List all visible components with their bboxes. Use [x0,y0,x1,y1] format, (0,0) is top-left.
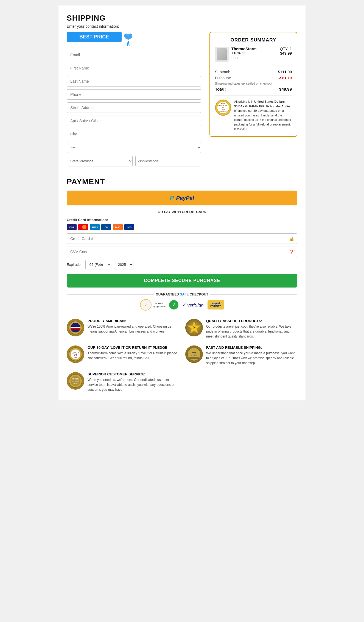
svg-text:DAY: DAY [222,109,225,111]
feature-quality-text: QUALITY ASSURED PRODUCTS: Our products a… [206,319,297,339]
norton-badge: ✓ Nortonby Symantec [140,299,165,311]
last-name-field[interactable] [67,76,201,87]
discount-row: Discount: -$61.10 [215,76,292,80]
feature-30day: LOVE IT 30 DAY OUR 30-DAY 'LOVE IT OR RE… [67,345,179,366]
feature-shipping-title: FAST AND RELIABLE SHIPPING: [206,345,297,350]
feature-quality: QA QUALITY ASSURED PRODUCTS: Our product… [185,319,297,339]
phone-field[interactable] [67,89,201,100]
help-icon: ❓ [289,249,295,255]
checkout-text: CHECKOUT [190,292,208,296]
guarantee-badge-icon: 100% MONEY 30 DAY GUARANTEE BACK [215,99,231,116]
order-summary-box: ORDER SUMMARY ThermoStorm +10% OFF EDIT … [209,32,297,137]
or-divider: OR PAY WITH CREDIT CARD [67,210,297,214]
svg-marker-23 [189,357,200,359]
shipping-form: BEST PRICE [67,32,201,169]
or-pay-text: OR PAY WITH CREDIT CARD [158,210,206,214]
service-badge-icon: SUPERIOR CUSTOMER SERVICE [67,372,84,390]
state-select[interactable]: State/Province Alabama California New Yo… [67,156,133,166]
visa-icon: VISA [67,224,77,230]
or-line-left [67,212,155,212]
email-field[interactable] [67,50,201,60]
discount-value: -$61.10 [279,76,292,80]
order-summary-title: ORDER SUMMARY [215,37,292,43]
feature-american-title: PROUDLY AMERICAN: [88,319,179,323]
feature-shipping-desc: We understand that once you've made a pu… [206,351,297,366]
svg-text:100% MONEY: 100% MONEY [218,105,228,106]
svg-text:BACK: BACK [221,103,225,105]
svg-rect-11 [71,328,80,330]
guarantee-currency-bold: United States Dollars. [254,100,285,103]
safe-checkout-title: GUARANTEED SAFE CHECKOUT [67,292,297,296]
country-select[interactable]: --- United States Canada United Kingdom [67,142,201,153]
guarantee-desc: offers you our 30-day guarantee on all u… [234,109,291,130]
complete-purchase-button[interactable]: COMPLETE SECURE PURCHASE [67,274,297,288]
safe-checkout-text: GUARANTEED SAFE CHECKOUT [156,292,208,296]
shipping-badge-icon: FAST RELIABLE [185,345,203,363]
best-price-banner: BEST PRICE [67,32,122,42]
paypal-p-icon: P [170,194,174,202]
jcb-icon: JCB [124,224,134,230]
feature-shipping-text: FAST AND RELIABLE SHIPPING: We understan… [206,345,297,366]
payment-title: PAYMENT [67,177,297,186]
expiry-year-select[interactable]: 2025 2026 2027 2028 2029 2030 [114,260,133,269]
product-image-inner [217,48,227,60]
paypal-button[interactable]: P PayPal [67,191,297,205]
discover-icon: DISC [113,224,123,230]
order-summary-panel: ORDER SUMMARY ThermoStorm +10% OFF EDIT … [209,32,297,137]
best-price-text: BEST PRICE [79,34,109,40]
card-number-field[interactable] [67,233,297,244]
safe-word: SAFE [180,292,189,296]
state-zip-row: State/Province Alabama California New Yo… [67,156,201,166]
first-name-field[interactable] [67,63,201,73]
cvv-field[interactable] [67,247,297,257]
guaranteed-text: GUARANTEED [156,292,180,296]
city-field[interactable] [67,129,201,139]
svg-text:AMERICAN: AMERICAN [72,332,79,334]
paypal-verified-label: PayPalVERIFIED [210,302,222,308]
expiry-row: Expiration 02 (Feb) 01 (Jan) 03 (Mar) 04… [67,260,297,269]
product-name: ThermoStorm [231,47,277,51]
feature-american: AMERICAN PROUDLY AMERICAN: We're 100% Am… [67,319,179,339]
30day-badge-icon: LOVE IT 30 DAY [67,345,84,363]
street-address-field[interactable] [67,102,201,113]
svg-text:SUPERIOR: SUPERIOR [72,378,80,380]
safe-line-left [67,294,154,295]
svg-point-0 [127,34,129,35]
svg-text:CUSTOMER: CUSTOMER [72,380,80,382]
total-value: $49.99 [279,87,292,91]
feature-30day-desc: ThermoStorm come with a 30-day 'Love it … [88,351,179,361]
feature-american-desc: We're 100% American-owned and operated. … [88,324,179,334]
expiry-label: Expiration [67,263,83,267]
lock-icon: 🔒 [289,236,295,241]
safe-line-right [210,294,297,295]
guarantee-text: All pricing is in United States Dollars.… [234,99,292,131]
feature-30day-text: OUR 30-DAY 'LOVE IT OR RETURN IT' PLEDGE… [88,345,179,361]
product-qty: QTY: 1 [280,47,292,51]
zip-field[interactable] [135,156,201,166]
ribbon-bow-icon [123,32,134,46]
guarantee-company: EchoLabs Audio [266,105,290,108]
diners-icon: DC [101,224,111,230]
apt-field[interactable] [67,116,201,126]
verisign-badge: ✓ VeriSign [182,302,203,308]
trust-logos: ✓ Nortonby Symantec ✓ ✓ VeriSign PayPalV… [67,299,297,311]
feature-30day-title: OUR 30-DAY 'LOVE IT OR RETURN IT' PLEDGE… [88,345,179,350]
feature-american-text: PROUDLY AMERICAN: We're 100% American-ow… [88,319,179,334]
green-check-badge: ✓ [169,300,178,309]
best-price-banner-container: BEST PRICE [67,32,201,46]
safe-checkout-section: GUARANTEED SAFE CHECKOUT ✓ Nortonby Syma… [67,292,297,311]
product-edit-link[interactable]: EDIT [231,56,277,60]
verisign-label: VeriSign [187,303,203,307]
expiry-month-select[interactable]: 02 (Feb) 01 (Jan) 03 (Mar) 04 (Apr) 05 (… [85,260,111,269]
svg-text:QA: QA [193,326,196,328]
quality-badge-icon: QA [185,319,203,336]
shipping-note: Shipping and sales tax settled on checko… [215,82,292,85]
svg-text:30: 30 [74,353,77,356]
svg-text:SERVICE: SERVICE [72,383,79,384]
feature-quality-desc: Our products aren't just cool, they're a… [206,324,297,339]
shipping-section: SHIPPING Enter your contact information:… [67,14,297,169]
discount-label: Discount: [215,76,231,80]
svg-text:30: 30 [222,107,224,108]
svg-rect-10 [71,327,80,328]
subtotal-label: Subtotal: [215,70,230,74]
